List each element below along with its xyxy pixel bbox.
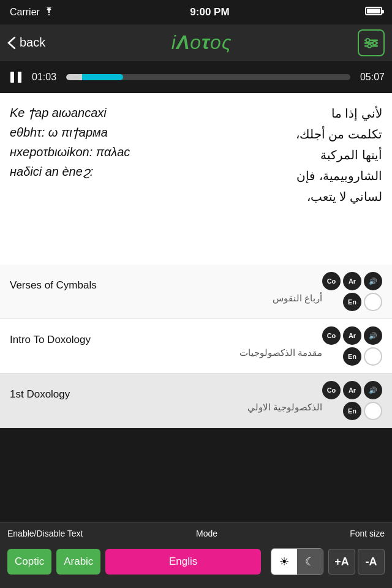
section-name-en: 1st Doxology (10, 388, 322, 401)
section-name-ar: مقدمة الذكصولوجيات (10, 347, 322, 358)
btn-row-top: Co Ar 🔊 (322, 381, 382, 399)
font-decrease-button[interactable]: -A (358, 549, 385, 575)
audio-toggle-btn[interactable]: 🔊 (364, 381, 382, 399)
font-size-label: Font size (299, 529, 385, 538)
english-toggle-btn[interactable]: En (343, 402, 361, 420)
svg-rect-7 (10, 72, 14, 83)
back-button[interactable]: back (7, 36, 45, 50)
carrier-label: Carrier (10, 7, 40, 18)
app-title: iΛοτος (172, 31, 232, 54)
light-mode-button[interactable]: ☀ (271, 549, 297, 575)
toolbar-controls: Coptic Arabic Englis ☀ ☾ +A -A (0, 545, 392, 579)
btn-row-bottom: En (343, 347, 382, 366)
section-controls: Co Ar 🔊 En (322, 381, 382, 420)
extra-toggle-btn[interactable] (364, 402, 382, 420)
text-area: Ke ϯap aιωancaxi eθbhτ: ω πιϯapмa нxepoτ… (0, 93, 392, 265)
english-toggle-btn[interactable]: En (343, 347, 361, 366)
toolbar-labels: Enable/Disable Text Mode Font size (0, 522, 392, 545)
coptic-toggle-btn[interactable]: Co (322, 381, 341, 399)
section-text: Verses of Cymbals أرباع النقوس (10, 279, 322, 304)
font-increase-button[interactable]: +A (328, 549, 355, 575)
section-controls: Co Ar 🔊 En (322, 272, 382, 311)
svg-point-4 (366, 39, 370, 42)
dark-mode-button[interactable]: ☾ (297, 549, 323, 575)
list-item[interactable]: Intro To Doxology مقدمة الذكصولوجيات Co … (0, 319, 392, 374)
extra-toggle-btn[interactable] (364, 293, 382, 311)
english-button[interactable]: Englis (105, 549, 261, 575)
settings-button[interactable] (358, 29, 385, 56)
status-left: Carrier (10, 7, 55, 18)
audio-toggle-btn[interactable]: 🔊 (364, 326, 382, 345)
total-time: 05:07 (358, 72, 385, 83)
btn-row-bottom: En (343, 402, 382, 420)
english-toggle-btn[interactable]: En (343, 293, 361, 311)
coptic-toggle-btn[interactable]: Co (322, 272, 341, 290)
bottom-toolbar: Enable/Disable Text Mode Font size Copti… (0, 522, 392, 588)
section-name-ar: الذكصولوجية الاولي (10, 402, 322, 413)
list-item[interactable]: Verses of Cymbals أرباع النقوس Co Ar 🔊 E… (0, 265, 392, 319)
section-text: Intro To Doxology مقدمة الذكصولوجيات (10, 334, 322, 358)
coptic-button[interactable]: Coptic (7, 549, 51, 575)
status-right (365, 7, 382, 18)
status-bar: Carrier 9:00 PM (0, 0, 392, 24)
extra-toggle-btn[interactable] (364, 347, 382, 366)
section-list: Verses of Cymbals أرباع النقوس Co Ar 🔊 E… (0, 265, 392, 428)
section-name-en: Intro To Doxology (10, 334, 322, 346)
section-text: 1st Doxology الذكصولوجية الاولي (10, 388, 322, 413)
btn-row-top: Co Ar 🔊 (322, 326, 382, 345)
enable-text-label: Enable/Disable Text (7, 529, 196, 538)
svg-point-0 (48, 14, 50, 15)
section-name-en: Verses of Cymbals (10, 279, 322, 292)
coptic-toggle-btn[interactable]: Co (322, 326, 341, 345)
sun-icon: ☀ (279, 555, 289, 568)
battery-icon (365, 7, 382, 18)
progress-fill (66, 74, 123, 80)
arabic-text: لأني إذا ما تكلمت من أجلك، أيتها المركبة… (196, 93, 392, 265)
moon-icon: ☾ (305, 555, 315, 568)
audio-player: 01:03 05:07 (0, 61, 392, 93)
coptic-text: Ke ϯap aιωancaxi eθbhτ: ω πιϯapмa нxepoτ… (0, 93, 196, 265)
play-pause-button[interactable] (7, 70, 24, 84)
svg-point-6 (368, 44, 371, 48)
progress-bar[interactable] (66, 74, 350, 80)
back-label: back (20, 36, 45, 50)
current-time: 01:03 (32, 72, 59, 83)
arabic-toggle-btn[interactable]: Ar (343, 272, 361, 290)
font-controls: +A -A (328, 549, 385, 575)
mode-toggle: ☀ ☾ (271, 548, 323, 575)
arabic-button[interactable]: Arabic (56, 549, 100, 575)
wifi-icon (43, 7, 55, 18)
svg-point-5 (373, 41, 377, 45)
btn-row-top: Co Ar 🔊 (322, 272, 382, 290)
list-item[interactable]: 1st Doxology الذكصولوجية الاولي Co Ar 🔊 … (0, 374, 392, 428)
svg-rect-8 (18, 72, 21, 83)
arabic-toggle-btn[interactable]: Ar (343, 381, 361, 399)
section-name-ar: أرباع النقوس (10, 293, 322, 304)
section-controls: Co Ar 🔊 En (322, 326, 382, 366)
nav-bar: back iΛοτος (0, 24, 392, 61)
btn-row-bottom: En (343, 293, 382, 311)
audio-toggle-btn[interactable]: 🔊 (364, 272, 382, 290)
arabic-toggle-btn[interactable]: Ar (343, 326, 361, 345)
mode-label: Mode (196, 529, 299, 538)
status-time: 9:00 PM (190, 6, 229, 18)
